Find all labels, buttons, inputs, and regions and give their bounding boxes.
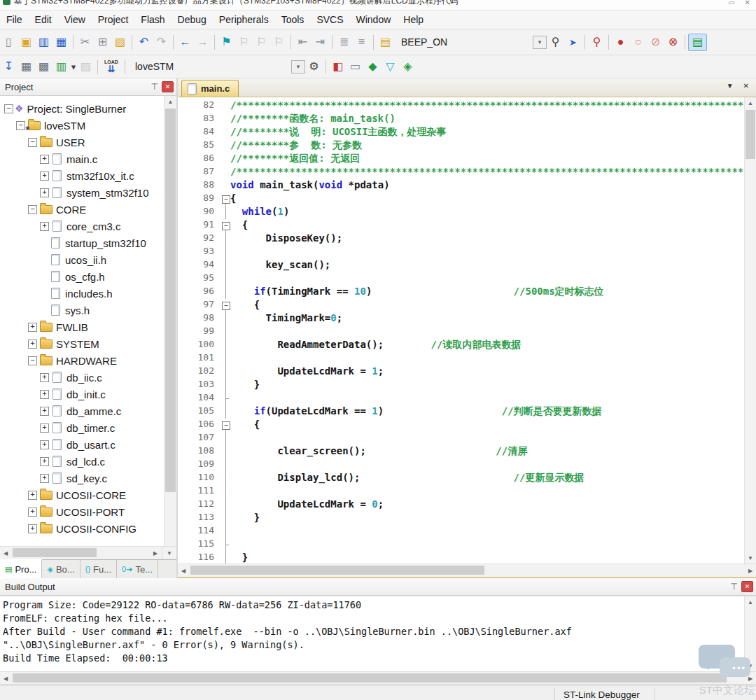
target-combo-value[interactable]: loveSTM: [131, 61, 179, 72]
breakpoint-enable-icon[interactable]: ○: [629, 34, 647, 50]
options-for-target-icon[interactable]: ⚙: [305, 59, 323, 75]
navigate-back-icon[interactable]: ←: [176, 34, 194, 50]
project-tree-hscrollbar[interactable]: ◀ ▶ ▼: [0, 546, 176, 559]
fold-box-icon[interactable]: −: [222, 222, 230, 230]
panel-tab-functions[interactable]: {}Fu...: [80, 560, 117, 578]
expand-icon[interactable]: +: [40, 457, 49, 466]
project-tree[interactable]: −❖Project: SingleBurner−✱loveSTM−USER+ma…: [0, 96, 176, 546]
expand-icon[interactable]: +: [40, 474, 49, 483]
editor-vscrollbar[interactable]: ▲ ▼: [744, 97, 756, 564]
menu-flash[interactable]: Flash: [134, 14, 171, 25]
download-load-icon[interactable]: LOAD ⇊: [101, 59, 122, 74]
manage-rte-icon[interactable]: ◆: [364, 59, 382, 75]
fold-box-icon[interactable]: −: [222, 421, 230, 430]
find-combo-dropdown-icon[interactable]: ▾: [533, 36, 547, 49]
expand-icon[interactable]: +: [40, 424, 49, 433]
tree-item-includes-h[interactable]: includes.h: [0, 285, 164, 302]
menu-view[interactable]: View: [58, 14, 92, 25]
expand-icon[interactable]: +: [40, 188, 49, 197]
pack-installer-icon[interactable]: ◈: [399, 59, 416, 75]
tree-item-fwlib[interactable]: +FWLIB: [0, 318, 164, 335]
save-all-icon[interactable]: ▦: [52, 34, 70, 50]
tree-item-hardware[interactable]: −HARDWARE: [0, 352, 164, 369]
tree-item-db-amme-c[interactable]: +db_amme.c: [0, 402, 164, 419]
bookmark-prev-icon[interactable]: ⚐: [235, 34, 253, 50]
tree-item-startup-stm32f10[interactable]: startup_stm32f10: [0, 234, 164, 251]
build-output-hscrollbar[interactable]: ◀ ▶: [0, 671, 756, 685]
uncomment-selection-icon[interactable]: ≡: [353, 34, 370, 50]
collapse-icon[interactable]: −: [28, 356, 37, 365]
incremental-find-icon[interactable]: ➤: [564, 34, 582, 50]
panel-tab-project[interactable]: ▤Pro...: [0, 559, 42, 578]
cut-icon[interactable]: ✂: [76, 34, 94, 50]
expand-icon[interactable]: +: [40, 155, 49, 164]
menu-project[interactable]: Project: [92, 14, 135, 25]
tree-item-os-cfg-h[interactable]: os_cfg.h: [0, 268, 164, 285]
scroll-up-icon[interactable]: ▲: [745, 596, 756, 608]
scroll-thumb[interactable]: [13, 548, 97, 557]
breakpoint-toggle-icon[interactable]: ●: [612, 34, 629, 50]
panel-tab-templates[interactable]: 0➜Te...: [117, 560, 158, 578]
tree-item-sd-lcd-c[interactable]: +sd_lcd.c: [0, 453, 164, 470]
collapse-icon[interactable]: −: [28, 205, 37, 214]
tree-item-sd-key-c[interactable]: +sd_key.c: [0, 470, 164, 486]
tree-item-system-stm32f10[interactable]: +system_stm32f10: [0, 184, 164, 201]
menu-edit[interactable]: Edit: [29, 14, 58, 25]
expand-icon[interactable]: +: [40, 407, 49, 416]
collapse-icon[interactable]: −: [16, 121, 25, 130]
menu-help[interactable]: Help: [397, 14, 430, 25]
breakpoint-kill-all-icon[interactable]: ⊗: [664, 34, 682, 50]
tree-item-ucosii-core[interactable]: +UCOSII-CORE: [0, 486, 164, 503]
find-icon[interactable]: ⚲: [588, 34, 606, 50]
find-combo[interactable]: BEEP_ON: [397, 36, 530, 48]
pin-icon[interactable]: ⊤: [731, 582, 738, 592]
expand-icon[interactable]: +: [40, 390, 49, 399]
open-file-icon[interactable]: ▣: [18, 34, 35, 50]
tree-item-ucosii-config[interactable]: +UCOSII-CONFIG: [0, 520, 164, 537]
bookmark-clear-all-icon[interactable]: ⚐: [270, 34, 288, 50]
build-icon[interactable]: ▦: [18, 59, 35, 75]
expand-icon[interactable]: +: [40, 222, 49, 231]
manage-project-items-icon[interactable]: ◧: [329, 59, 346, 75]
menu-window[interactable]: Window: [350, 14, 398, 25]
translate-file-icon[interactable]: ↧: [0, 59, 18, 75]
tree-item-sys-h[interactable]: sys.h: [0, 302, 164, 318]
tree-item-ucosii-port[interactable]: +UCOSII-PORT: [0, 503, 164, 520]
expand-icon[interactable]: +: [28, 491, 37, 500]
collapse-icon[interactable]: −: [4, 104, 13, 113]
expand-icon[interactable]: +: [40, 440, 49, 449]
build-output-close-icon[interactable]: ✕: [741, 581, 753, 592]
fold-box-icon[interactable]: −: [222, 302, 230, 310]
expand-icon[interactable]: +: [28, 524, 37, 533]
tree-item-core[interactable]: −CORE: [0, 201, 164, 218]
scroll-right-icon[interactable]: ▶: [745, 672, 756, 685]
scroll-down-icon[interactable]: ▼: [745, 552, 756, 564]
menu-file[interactable]: File: [0, 14, 29, 25]
copy-icon[interactable]: ⊞: [94, 34, 111, 50]
fold-collapse-icon[interactable]: −: [221, 419, 230, 432]
scroll-thumb[interactable]: [165, 108, 176, 492]
bookmark-next-icon[interactable]: ⚐: [253, 34, 270, 50]
menu-tools[interactable]: Tools: [275, 14, 311, 25]
tree-item-main-c[interactable]: +main.c: [0, 150, 164, 167]
tree-item-user[interactable]: −USER: [0, 134, 164, 150]
fold-collapse-icon[interactable]: −: [221, 219, 230, 232]
tree-item-core-cm3-c[interactable]: +core_cm3.c: [0, 218, 164, 234]
redo-icon[interactable]: ↷: [153, 34, 170, 50]
breakpoint-disable-all-icon[interactable]: ⊘: [647, 34, 664, 50]
pin-icon[interactable]: ⊤: [151, 82, 158, 92]
tree-item-db-timer-c[interactable]: +db_timer.c: [0, 419, 164, 436]
tree-item-system[interactable]: +SYSTEM: [0, 335, 164, 352]
comment-selection-icon[interactable]: ≣: [335, 34, 353, 50]
fold-collapse-icon[interactable]: −: [221, 299, 230, 312]
tab-main-c[interactable]: main.c: [181, 80, 239, 97]
find-in-files-icon[interactable]: ⚲: [547, 34, 564, 50]
maximize-button[interactable]: ▭: [728, 0, 734, 6]
tree-item-ucos-ii-h[interactable]: ucos_ii.h: [0, 251, 164, 268]
expand-icon[interactable]: +: [28, 507, 37, 517]
code-editor[interactable]: 82/*************************************…: [178, 97, 756, 564]
paste-icon[interactable]: ▨: [111, 34, 129, 50]
menu-peripherals[interactable]: Peripherals: [213, 14, 275, 25]
menu-debug[interactable]: Debug: [172, 14, 213, 25]
scroll-right-icon[interactable]: ▶: [150, 547, 161, 559]
